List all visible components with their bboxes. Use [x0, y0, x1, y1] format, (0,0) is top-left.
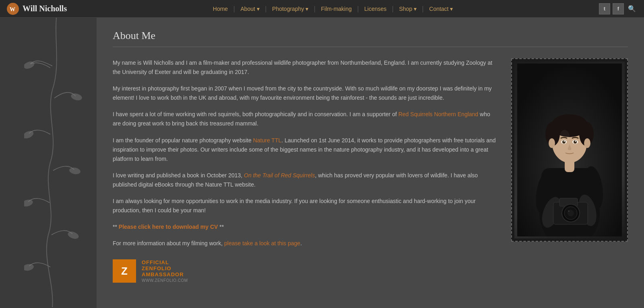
book-link[interactable]: On the Trail of Red Squirrels — [244, 172, 315, 179]
about-grid: My name is Will Nicholls and I am a film… — [113, 58, 628, 283]
svg-point-35 — [584, 138, 590, 148]
profile-photo-frame — [511, 58, 628, 242]
zenfolio-url: WWW.ZENFOLIO.COM — [142, 278, 188, 283]
twitter-button[interactable]: t — [599, 3, 610, 14]
profile-photo — [514, 62, 625, 238]
film-line: For more information about my filming wo… — [113, 239, 499, 248]
paragraph-2: My interest in photography first began i… — [113, 84, 499, 103]
site-name: Will Nicholls — [23, 4, 67, 13]
red-squirrels-link[interactable]: Red Squirrels Northern England — [398, 111, 478, 117]
nav-links: Home | About ▾ | Photography ▾ | Film-ma… — [67, 5, 599, 12]
nav-filmmaking[interactable]: Film-making — [317, 6, 356, 12]
zenfolio-line2: ZENFOLIO — [142, 265, 188, 271]
main-content: About Me My name is Will Nicholls and I … — [97, 18, 644, 308]
left-sidebar — [0, 18, 97, 308]
site-logo[interactable]: W Will Nicholls — [6, 2, 67, 15]
svg-point-5 — [69, 167, 81, 175]
svg-point-27 — [553, 114, 586, 132]
filming-link[interactable]: please take a look at this page — [224, 240, 300, 246]
zenfolio-line3: AMBASSADOR — [142, 271, 188, 277]
navigation: W Will Nicholls Home | About ▾ | Photogr… — [0, 0, 644, 18]
paragraph-6: I am always looking for more opportuniti… — [113, 197, 499, 215]
svg-text:W: W — [10, 6, 15, 12]
cv-line: ** Please click here to download my CV *… — [113, 222, 499, 232]
nav-photography[interactable]: Photography ▾ — [268, 6, 312, 12]
about-text-column: My name is Will Nicholls and I am a film… — [113, 58, 499, 283]
svg-point-36 — [560, 130, 570, 142]
nav-shop[interactable]: Shop ▾ — [395, 6, 421, 12]
nav-about[interactable]: About ▾ — [236, 6, 263, 12]
search-button[interactable]: 🔍 — [626, 3, 638, 14]
cv-download-link[interactable]: Please click here to download my CV — [119, 224, 218, 230]
svg-point-6 — [24, 199, 34, 208]
svg-point-3 — [70, 92, 83, 102]
paragraph-1: My name is Will Nicholls and I am a film… — [113, 58, 499, 77]
svg-point-21 — [568, 210, 570, 212]
zenfolio-text: OFFICIAL ZENFOLIO AMBASSADOR WWW.ZENFOLI… — [142, 259, 188, 283]
paragraph-3: I have spent a lot of time working with … — [113, 110, 499, 128]
nav-home[interactable]: Home — [209, 6, 232, 12]
paragraph-5: I love writing and published a book in O… — [113, 171, 499, 189]
nav-social: t f 🔍 — [599, 3, 638, 14]
zenfolio-z-icon: Z — [113, 259, 136, 283]
zenfolio-line1: OFFICIAL — [142, 259, 188, 265]
svg-point-33 — [575, 141, 576, 142]
vine-decoration — [24, 18, 89, 307]
title-divider — [113, 47, 628, 47]
nav-licenses[interactable]: Licenses — [360, 6, 390, 12]
nature-ttl-link[interactable]: Nature TTL — [253, 137, 282, 144]
facebook-button[interactable]: f — [613, 3, 624, 14]
person-svg — [517, 64, 622, 236]
svg-point-8 — [24, 263, 34, 272]
paragraph-4: I am the founder of popular nature photo… — [113, 136, 499, 164]
page-wrapper: About Me My name is Will Nicholls and I … — [0, 18, 644, 308]
logo-icon: W — [6, 2, 19, 15]
svg-point-34 — [549, 138, 555, 148]
nav-contact[interactable]: Contact ▾ — [425, 6, 457, 12]
page-title: About Me — [113, 30, 628, 42]
zenfolio-badge: Z OFFICIAL ZENFOLIO AMBASSADOR WWW.ZENFO… — [113, 259, 499, 283]
